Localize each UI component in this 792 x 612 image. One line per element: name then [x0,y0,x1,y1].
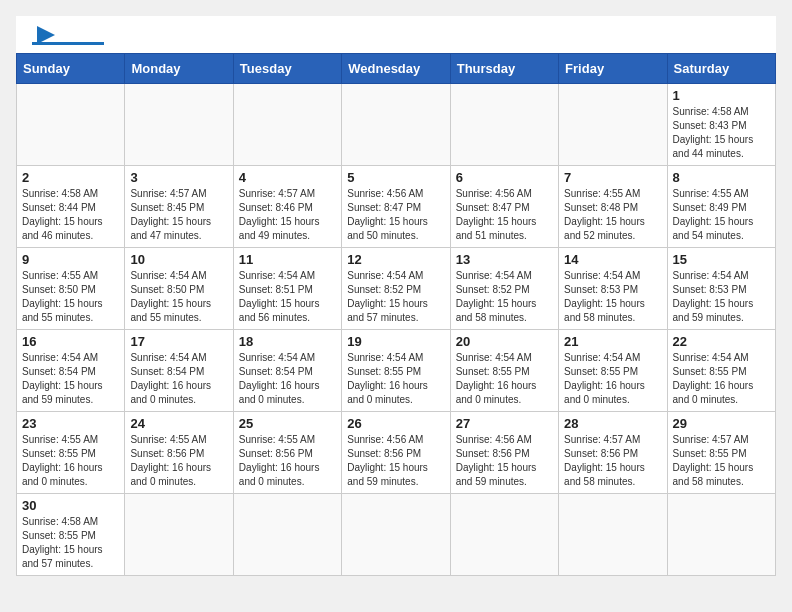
calendar-day-27: 27Sunrise: 4:56 AM Sunset: 8:56 PM Dayli… [450,412,558,494]
weekday-header-thursday: Thursday [450,54,558,84]
day-number: 13 [456,252,553,267]
calendar-week-row: 16Sunrise: 4:54 AM Sunset: 8:54 PM Dayli… [17,330,776,412]
day-info: Sunrise: 4:54 AM Sunset: 8:54 PM Dayligh… [22,351,119,407]
day-number: 16 [22,334,119,349]
calendar-day-17: 17Sunrise: 4:54 AM Sunset: 8:54 PM Dayli… [125,330,233,412]
day-number: 14 [564,252,661,267]
day-number: 17 [130,334,227,349]
calendar-day-empty [559,84,667,166]
calendar-week-row: 30Sunrise: 4:58 AM Sunset: 8:55 PM Dayli… [17,494,776,576]
calendar-day-6: 6Sunrise: 4:56 AM Sunset: 8:47 PM Daylig… [450,166,558,248]
calendar-day-24: 24Sunrise: 4:55 AM Sunset: 8:56 PM Dayli… [125,412,233,494]
day-number: 1 [673,88,770,103]
day-info: Sunrise: 4:54 AM Sunset: 8:55 PM Dayligh… [673,351,770,407]
calendar-day-12: 12Sunrise: 4:54 AM Sunset: 8:52 PM Dayli… [342,248,450,330]
day-info: Sunrise: 4:55 AM Sunset: 8:49 PM Dayligh… [673,187,770,243]
calendar-day-28: 28Sunrise: 4:57 AM Sunset: 8:56 PM Dayli… [559,412,667,494]
calendar-day-3: 3Sunrise: 4:57 AM Sunset: 8:45 PM Daylig… [125,166,233,248]
weekday-header-friday: Friday [559,54,667,84]
day-number: 4 [239,170,336,185]
day-info: Sunrise: 4:54 AM Sunset: 8:54 PM Dayligh… [239,351,336,407]
day-info: Sunrise: 4:55 AM Sunset: 8:50 PM Dayligh… [22,269,119,325]
weekday-header-monday: Monday [125,54,233,84]
calendar-day-19: 19Sunrise: 4:54 AM Sunset: 8:55 PM Dayli… [342,330,450,412]
day-info: Sunrise: 4:54 AM Sunset: 8:52 PM Dayligh… [456,269,553,325]
calendar-day-empty [233,494,341,576]
day-number: 3 [130,170,227,185]
day-info: Sunrise: 4:55 AM Sunset: 8:56 PM Dayligh… [239,433,336,489]
calendar-week-row: 23Sunrise: 4:55 AM Sunset: 8:55 PM Dayli… [17,412,776,494]
weekday-header-saturday: Saturday [667,54,775,84]
calendar-day-empty [450,494,558,576]
day-number: 26 [347,416,444,431]
day-info: Sunrise: 4:56 AM Sunset: 8:47 PM Dayligh… [347,187,444,243]
calendar-day-21: 21Sunrise: 4:54 AM Sunset: 8:55 PM Dayli… [559,330,667,412]
calendar-week-row: 9Sunrise: 4:55 AM Sunset: 8:50 PM Daylig… [17,248,776,330]
day-number: 9 [22,252,119,267]
day-number: 28 [564,416,661,431]
calendar-day-empty [233,84,341,166]
weekday-header-row: SundayMondayTuesdayWednesdayThursdayFrid… [17,54,776,84]
weekday-header-sunday: Sunday [17,54,125,84]
calendar-day-22: 22Sunrise: 4:54 AM Sunset: 8:55 PM Dayli… [667,330,775,412]
calendar-day-13: 13Sunrise: 4:54 AM Sunset: 8:52 PM Dayli… [450,248,558,330]
calendar-day-1: 1Sunrise: 4:58 AM Sunset: 8:43 PM Daylig… [667,84,775,166]
calendar-day-30: 30Sunrise: 4:58 AM Sunset: 8:55 PM Dayli… [17,494,125,576]
logo [32,28,104,45]
day-number: 8 [673,170,770,185]
day-info: Sunrise: 4:55 AM Sunset: 8:55 PM Dayligh… [22,433,119,489]
day-info: Sunrise: 4:56 AM Sunset: 8:56 PM Dayligh… [347,433,444,489]
page-header [16,16,776,53]
calendar-day-5: 5Sunrise: 4:56 AM Sunset: 8:47 PM Daylig… [342,166,450,248]
calendar-day-10: 10Sunrise: 4:54 AM Sunset: 8:50 PM Dayli… [125,248,233,330]
day-info: Sunrise: 4:54 AM Sunset: 8:51 PM Dayligh… [239,269,336,325]
day-info: Sunrise: 4:54 AM Sunset: 8:55 PM Dayligh… [456,351,553,407]
day-number: 7 [564,170,661,185]
day-info: Sunrise: 4:54 AM Sunset: 8:52 PM Dayligh… [347,269,444,325]
day-number: 21 [564,334,661,349]
day-number: 20 [456,334,553,349]
calendar-day-14: 14Sunrise: 4:54 AM Sunset: 8:53 PM Dayli… [559,248,667,330]
day-number: 10 [130,252,227,267]
calendar-day-empty [667,494,775,576]
day-number: 6 [456,170,553,185]
calendar-day-20: 20Sunrise: 4:54 AM Sunset: 8:55 PM Dayli… [450,330,558,412]
day-info: Sunrise: 4:57 AM Sunset: 8:46 PM Dayligh… [239,187,336,243]
calendar-day-empty [17,84,125,166]
calendar-week-row: 1Sunrise: 4:58 AM Sunset: 8:43 PM Daylig… [17,84,776,166]
day-info: Sunrise: 4:57 AM Sunset: 8:55 PM Dayligh… [673,433,770,489]
day-info: Sunrise: 4:56 AM Sunset: 8:56 PM Dayligh… [456,433,553,489]
logo-underline [32,42,104,45]
day-number: 11 [239,252,336,267]
calendar-day-7: 7Sunrise: 4:55 AM Sunset: 8:48 PM Daylig… [559,166,667,248]
calendar-day-18: 18Sunrise: 4:54 AM Sunset: 8:54 PM Dayli… [233,330,341,412]
day-number: 23 [22,416,119,431]
calendar-day-empty [125,84,233,166]
day-info: Sunrise: 4:54 AM Sunset: 8:53 PM Dayligh… [673,269,770,325]
day-info: Sunrise: 4:54 AM Sunset: 8:55 PM Dayligh… [347,351,444,407]
weekday-header-wednesday: Wednesday [342,54,450,84]
calendar-day-4: 4Sunrise: 4:57 AM Sunset: 8:46 PM Daylig… [233,166,341,248]
calendar-day-empty [342,494,450,576]
calendar-day-9: 9Sunrise: 4:55 AM Sunset: 8:50 PM Daylig… [17,248,125,330]
day-number: 25 [239,416,336,431]
calendar-day-8: 8Sunrise: 4:55 AM Sunset: 8:49 PM Daylig… [667,166,775,248]
day-info: Sunrise: 4:55 AM Sunset: 8:56 PM Dayligh… [130,433,227,489]
calendar-page: SundayMondayTuesdayWednesdayThursdayFrid… [16,16,776,576]
calendar-day-15: 15Sunrise: 4:54 AM Sunset: 8:53 PM Dayli… [667,248,775,330]
day-info: Sunrise: 4:57 AM Sunset: 8:45 PM Dayligh… [130,187,227,243]
day-info: Sunrise: 4:56 AM Sunset: 8:47 PM Dayligh… [456,187,553,243]
weekday-header-tuesday: Tuesday [233,54,341,84]
day-number: 27 [456,416,553,431]
calendar-week-row: 2Sunrise: 4:58 AM Sunset: 8:44 PM Daylig… [17,166,776,248]
day-number: 29 [673,416,770,431]
day-number: 12 [347,252,444,267]
day-info: Sunrise: 4:55 AM Sunset: 8:48 PM Dayligh… [564,187,661,243]
day-number: 18 [239,334,336,349]
day-number: 5 [347,170,444,185]
day-info: Sunrise: 4:54 AM Sunset: 8:53 PM Dayligh… [564,269,661,325]
calendar-table: SundayMondayTuesdayWednesdayThursdayFrid… [16,53,776,576]
calendar-day-empty [342,84,450,166]
day-info: Sunrise: 4:58 AM Sunset: 8:43 PM Dayligh… [673,105,770,161]
calendar-day-empty [450,84,558,166]
